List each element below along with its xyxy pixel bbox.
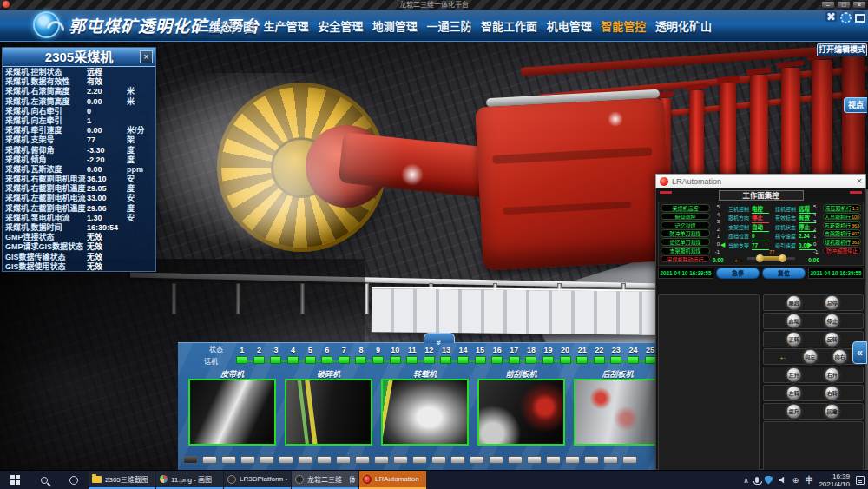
lrautomation-close-icon[interactable]: × <box>853 175 865 188</box>
mode-button[interactable]: 防冲单刀割煤 <box>661 229 710 237</box>
support-status-square[interactable] <box>287 356 299 364</box>
control-button[interactable]: 左升 <box>786 367 801 382</box>
camera-feed[interactable] <box>188 379 276 446</box>
support-status-square[interactable] <box>610 356 621 364</box>
mode-button[interactable]: 瓦斯跟机行363 <box>823 221 861 229</box>
nav-item[interactable]: 生产管理 <box>264 17 309 34</box>
support-status-square[interactable] <box>406 356 418 364</box>
workface-control-tab[interactable]: 工作面集控 <box>719 190 804 201</box>
mode-button[interactable]: 支架跟机割煤 <box>661 247 710 254</box>
mode-button[interactable]: 煤机跟机行363 <box>823 238 861 246</box>
emergency-stop-button[interactable]: 急停 <box>716 268 760 279</box>
mode-button[interactable]: 采煤机联动运行 <box>661 255 710 263</box>
taskbar-item[interactable]: 2305三维截图 <box>89 471 155 489</box>
panel-expand-chevron[interactable]: » <box>424 333 455 343</box>
control-button[interactable]: 总停 <box>825 295 839 310</box>
restore-view-icon[interactable] <box>853 11 865 22</box>
notification-icon[interactable] <box>856 476 865 485</box>
support-status-square[interactable] <box>372 356 384 364</box>
support-status-square[interactable] <box>525 356 536 364</box>
support-status-square[interactable] <box>424 356 435 364</box>
camera-feed[interactable] <box>381 379 469 446</box>
support-status-square[interactable] <box>440 356 451 364</box>
support-status-square[interactable] <box>355 356 366 364</box>
nav-item[interactable]: 机电管理 <box>547 17 592 34</box>
control-button[interactable]: 反转 <box>825 332 839 347</box>
nav-item[interactable]: 一通三防 <box>426 17 471 34</box>
support-status-square[interactable] <box>457 356 469 364</box>
support-status-square[interactable] <box>321 356 332 364</box>
mode-button[interactable]: 采煤机远控 <box>661 204 710 212</box>
collapse-panel-chevron[interactable]: « <box>852 341 867 364</box>
support-status-square[interactable] <box>628 356 639 364</box>
control-button[interactable]: 右转 <box>825 386 839 400</box>
taskbar-item[interactable]: LRAutomation <box>359 471 426 489</box>
control-button[interactable]: 左转 <box>786 386 801 400</box>
support-status-square[interactable] <box>509 356 520 364</box>
mode-button[interactable]: 记忆割煤 <box>661 221 710 229</box>
support-status-square[interactable] <box>645 356 656 364</box>
cortana-button[interactable] <box>59 471 89 489</box>
control-button[interactable]: 正转 <box>786 332 801 347</box>
control-button[interactable]: 右升 <box>825 367 839 382</box>
control-button[interactable]: 顺启 <box>786 295 801 310</box>
camera-feed[interactable] <box>477 379 565 446</box>
taskbar-item[interactable]: 龙软二三维一体化... <box>292 471 358 489</box>
control-button[interactable]: 向左 <box>803 349 818 364</box>
defender-shield-icon[interactable] <box>765 476 773 485</box>
row-value: 33.00 <box>87 194 127 203</box>
network-icon[interactable]: ⊕ <box>792 476 799 485</box>
support-status-square[interactable] <box>305 356 316 364</box>
support-status-square[interactable] <box>270 356 281 364</box>
support-status-square[interactable] <box>594 356 605 364</box>
viewpoint-tab[interactable]: 视点 <box>844 97 867 113</box>
panel-close-icon[interactable]: × <box>140 50 153 63</box>
support-status-square[interactable] <box>576 356 588 364</box>
mode-button[interactable]: 防冲超限停止 <box>823 247 861 254</box>
nav-item[interactable]: 透明化矿山 <box>655 17 712 34</box>
mode-button[interactable]: 俯仰调控 <box>661 213 710 221</box>
support-status-square[interactable] <box>236 356 247 364</box>
control-button[interactable]: 向右 <box>832 349 847 364</box>
mode-button[interactable]: 记忆单刀割煤 <box>661 238 710 246</box>
minimize-button[interactable]: – <box>821 1 835 9</box>
support-status-square[interactable] <box>560 356 571 364</box>
support-status-square[interactable] <box>339 356 350 364</box>
reset-button[interactable]: 复位 <box>762 268 806 279</box>
taskbar-item[interactable]: LR3DPlatform - U... <box>224 471 291 489</box>
support-status-square[interactable] <box>491 356 503 364</box>
tools-icon[interactable] <box>825 11 837 22</box>
control-button[interactable]: 提升 <box>786 404 801 419</box>
start-button[interactable] <box>0 471 30 489</box>
nav-item[interactable]: 地测管理 <box>372 17 418 34</box>
nav-item[interactable]: 安全管理 <box>318 17 363 34</box>
gear-icon[interactable] <box>839 11 851 22</box>
control-button[interactable]: 启动 <box>786 314 801 328</box>
maximize-button[interactable]: □ <box>837 1 851 9</box>
ime-indicator[interactable]: 中 <box>805 474 812 486</box>
camera-feed[interactable] <box>285 379 372 446</box>
support-status-square[interactable] <box>542 356 554 364</box>
mode-button[interactable]: 支架跟机行407 <box>823 229 861 237</box>
mode-button[interactable]: 液压跟机行1.5 <box>823 204 861 212</box>
support-status-square[interactable] <box>475 356 486 364</box>
nav-item[interactable]: 三维态势图 <box>198 17 254 34</box>
tray-chevron-icon[interactable]: ∧ <box>743 476 749 485</box>
camera-feed[interactable] <box>574 379 657 446</box>
open-edit-mode-button[interactable]: 打开编辑模式 <box>817 43 867 56</box>
nav-item[interactable]: 智能管控 <box>601 17 646 34</box>
nav-item[interactable]: 智能工作面 <box>481 17 537 34</box>
mode-button[interactable]: 人员跟机行100 <box>823 213 861 221</box>
support-status-square[interactable] <box>390 356 401 364</box>
support-square-cell <box>421 356 438 364</box>
control-button[interactable]: 停止 <box>825 314 839 328</box>
speaker-icon[interactable] <box>779 477 786 484</box>
support-status-square[interactable] <box>253 356 265 364</box>
control-button[interactable]: 回撤 <box>825 404 839 419</box>
taskbar-item[interactable]: 11.png - 画图 <box>156 471 223 489</box>
search-button[interactable] <box>30 471 59 489</box>
microphone-icon[interactable] <box>755 477 759 483</box>
clock[interactable]: 16:39 2021/4/10 <box>819 472 850 488</box>
close-button[interactable]: × <box>852 1 866 9</box>
position-gauge[interactable]: 77 <box>747 257 795 260</box>
